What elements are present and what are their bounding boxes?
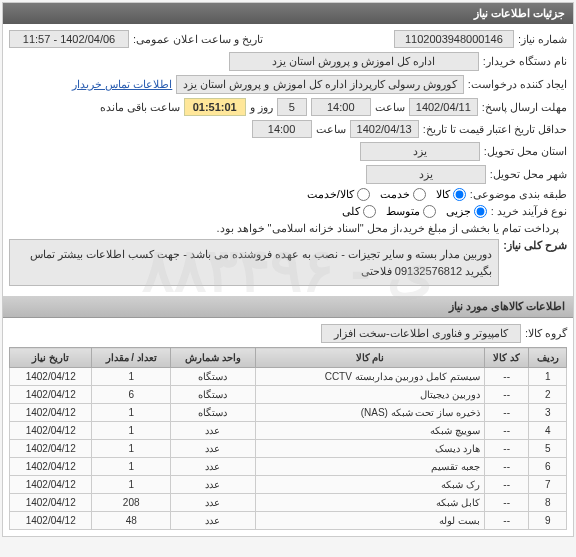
cell-row: 8	[529, 494, 567, 512]
delivery-opt3[interactable]: کالا/خدمت	[307, 188, 370, 201]
cell-code: --	[485, 458, 529, 476]
cell-code: --	[485, 494, 529, 512]
cell-row: 9	[529, 512, 567, 530]
purchase-radio-group: جزیی متوسط کلی	[342, 205, 487, 218]
payment-note: پرداخت تمام یا بخشی از مبلغ خرید،از محل …	[216, 222, 559, 235]
cell-code: --	[485, 440, 529, 458]
delivery-opt2[interactable]: خدمت	[380, 188, 426, 201]
purchase-radio-2[interactable]	[423, 205, 436, 218]
delivery-radio-3[interactable]	[357, 188, 370, 201]
cell-row: 3	[529, 404, 567, 422]
cell-date: 1402/04/12	[10, 404, 92, 422]
cell-qty: 208	[92, 494, 171, 512]
day-label: روز و	[250, 101, 273, 114]
cell-code: --	[485, 386, 529, 404]
cell-name: ذخیره ساز تحت شبکه (NAS)	[255, 404, 484, 422]
th-name: نام کالا	[255, 348, 484, 368]
need-details-panel: جزئیات اطلاعات نیاز شماره نیاز: 11020039…	[2, 2, 574, 537]
delivery-radio-2[interactable]	[413, 188, 426, 201]
cell-qty: 1	[92, 368, 171, 386]
cell-name: هارد دیسک	[255, 440, 484, 458]
cell-unit: عدد	[171, 512, 256, 530]
cell-row: 6	[529, 458, 567, 476]
panel-title: جزئیات اطلاعات نیاز	[3, 3, 573, 24]
cell-name: سوییچ شبکه	[255, 422, 484, 440]
remaining-label: ساعت باقی مانده	[100, 101, 180, 114]
cell-name: بست لوله	[255, 512, 484, 530]
cell-qty: 1	[92, 422, 171, 440]
city-label: شهر محل تحویل:	[490, 168, 567, 181]
table-row[interactable]: 5--هارد دیسکعدد11402/04/12	[10, 440, 567, 458]
delivery-label: طبقه بندی موضوعی:	[470, 188, 567, 201]
delivery-radio-1[interactable]	[453, 188, 466, 201]
cell-qty: 6	[92, 386, 171, 404]
item-group-label: گروه کالا:	[525, 327, 567, 340]
province-label: استان محل تحویل:	[484, 145, 567, 158]
table-row[interactable]: 1--سیستم کامل دوربین مداربسته CCTVدستگاه…	[10, 368, 567, 386]
purchase-radio-1[interactable]	[474, 205, 487, 218]
contact-info-link[interactable]: اطلاعات تماس خریدار	[72, 78, 172, 91]
announce-label: تاریخ و ساعت اعلان عمومی:	[133, 33, 263, 46]
goods-section-header: اطلاعات کالاهای مورد نیاز	[3, 296, 573, 318]
table-header-row: ردیف کد کالا نام کالا واحد شمارش تعداد /…	[10, 348, 567, 368]
cell-row: 1	[529, 368, 567, 386]
table-row[interactable]: 3--ذخیره ساز تحت شبکه (NAS)دستگاه11402/0…	[10, 404, 567, 422]
table-row[interactable]: 7--رک شبکهعدد11402/04/12	[10, 476, 567, 494]
cell-row: 7	[529, 476, 567, 494]
hour-label-2: ساعت	[316, 123, 346, 136]
creator-label: ایجاد کننده درخواست:	[468, 78, 567, 91]
purchase-radio-3[interactable]	[363, 205, 376, 218]
cell-unit: عدد	[171, 476, 256, 494]
need-desc-text: دوربین مدار بسته و سایر تجیزات - نصب به …	[9, 239, 499, 286]
hour-label-1: ساعت	[375, 101, 405, 114]
cell-qty: 1	[92, 404, 171, 422]
days-left: 5	[277, 98, 307, 116]
deadline-date: 1402/04/11	[409, 98, 478, 116]
cell-name: دوربین دیجیتال	[255, 386, 484, 404]
cell-date: 1402/04/12	[10, 440, 92, 458]
cell-unit: عدد	[171, 494, 256, 512]
cell-qty: 1	[92, 440, 171, 458]
table-row[interactable]: 2--دوربین دیجیتالدستگاه61402/04/12	[10, 386, 567, 404]
item-group-value: کامپیوتر و فناوری اطلاعات-سخت افزار	[321, 324, 521, 343]
cell-qty: 1	[92, 476, 171, 494]
table-row[interactable]: 9--بست لولهعدد481402/04/12	[10, 512, 567, 530]
validity-label: حداقل تاریخ اعتبار قیمت تا تاریخ:	[423, 123, 567, 136]
cell-row: 5	[529, 440, 567, 458]
table-row[interactable]: 4--سوییچ شبکهعدد11402/04/12	[10, 422, 567, 440]
th-code: کد کالا	[485, 348, 529, 368]
cell-code: --	[485, 512, 529, 530]
cell-row: 2	[529, 386, 567, 404]
cell-name: سیستم کامل دوربین مداربسته CCTV	[255, 368, 484, 386]
announce-value: 1402/04/06 - 11:57	[9, 30, 129, 48]
cell-date: 1402/04/12	[10, 386, 92, 404]
deadline-label: مهلت ارسال پاسخ:	[482, 101, 567, 114]
cell-qty: 48	[92, 512, 171, 530]
table-row[interactable]: 6--جعبه تقسیمعدد11402/04/12	[10, 458, 567, 476]
province-value: یزد	[360, 142, 480, 161]
th-row: ردیف	[529, 348, 567, 368]
items-table: ردیف کد کالا نام کالا واحد شمارش تعداد /…	[9, 347, 567, 530]
cell-row: 4	[529, 422, 567, 440]
cell-date: 1402/04/12	[10, 494, 92, 512]
cell-qty: 1	[92, 458, 171, 476]
purchase-opt3[interactable]: کلی	[342, 205, 376, 218]
delivery-opt1[interactable]: کالا	[436, 188, 466, 201]
purchase-opt1[interactable]: جزیی	[446, 205, 487, 218]
purchase-opt2[interactable]: متوسط	[386, 205, 436, 218]
cell-unit: دستگاه	[171, 368, 256, 386]
th-date: تاریخ نیاز	[10, 348, 92, 368]
table-row[interactable]: 8--کابل شبکهعدد2081402/04/12	[10, 494, 567, 512]
deadline-time: 14:00	[311, 98, 371, 116]
need-no-value: 1102003948000146	[394, 30, 514, 48]
cell-code: --	[485, 422, 529, 440]
cell-date: 1402/04/12	[10, 422, 92, 440]
buyer-label: نام دستگاه خریدار:	[483, 55, 567, 68]
buyer-value: اداره کل اموزش و پرورش استان یزد	[229, 52, 479, 71]
need-desc-label: شرح کلی نیاز:	[503, 239, 567, 252]
need-no-label: شماره نیاز:	[518, 33, 567, 46]
cell-unit: عدد	[171, 440, 256, 458]
cell-name: جعبه تقسیم	[255, 458, 484, 476]
validity-date: 1402/04/13	[350, 120, 419, 138]
cell-unit: دستگاه	[171, 404, 256, 422]
